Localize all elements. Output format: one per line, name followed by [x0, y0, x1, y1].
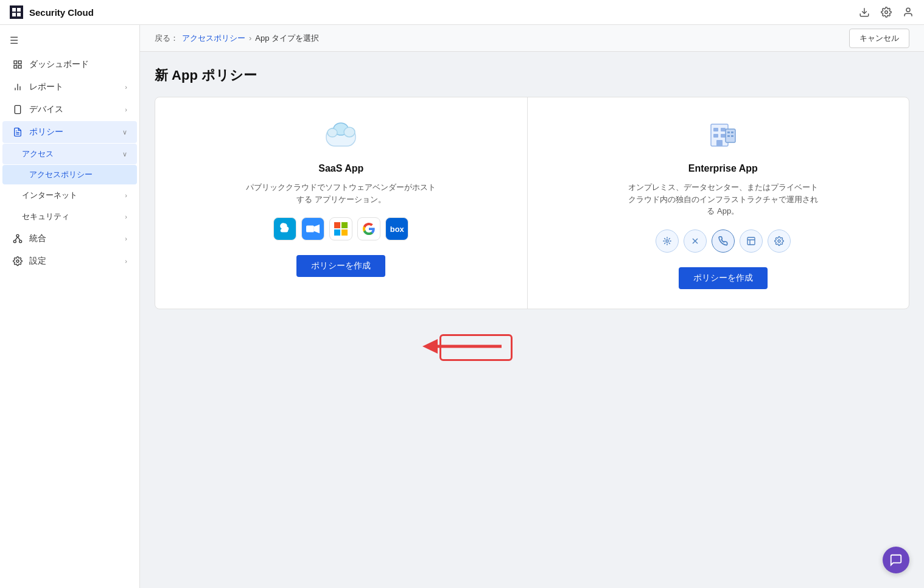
sidebar-item-dashboard-label: ダッシュボード — [29, 59, 127, 70]
app-logo — [10, 5, 23, 19]
saas-app-icons-row: box — [273, 217, 408, 240]
sidebar-item-policy-label: ポリシー — [29, 127, 116, 138]
internet-arrow-icon: › — [125, 192, 127, 199]
main-content: 戻る： アクセスポリシー › App タイプを選択 キャンセル 新 App ポリ… — [140, 25, 924, 588]
sidebar-item-dashboard[interactable]: ダッシュボード — [2, 54, 137, 75]
sidebar-subitem-security-label: セキュリティ — [22, 211, 119, 222]
saas-create-policy-button[interactable]: ポリシーを作成 — [296, 255, 385, 277]
menu-toggle[interactable]: ☰ — [0, 30, 139, 51]
svg-rect-38 — [721, 134, 726, 138]
svg-point-19 — [13, 240, 16, 243]
google-icon — [357, 217, 380, 240]
policy-arrow-icon: ∨ — [122, 128, 127, 136]
svg-point-45 — [666, 240, 668, 242]
chat-fab[interactable] — [883, 547, 909, 573]
enterprise-building-icon — [705, 117, 741, 153]
security-arrow-icon: › — [125, 213, 127, 220]
sidebar-sub-subitem-access-policy[interactable]: アクセスポリシー — [2, 165, 137, 184]
svg-rect-3 — [17, 13, 21, 16]
device-icon — [12, 104, 23, 115]
integration-arrow-icon: › — [125, 235, 127, 242]
svg-point-47 — [778, 240, 780, 242]
box-icon: box — [385, 217, 408, 240]
sidebar-item-settings[interactable]: 設定 › — [2, 250, 137, 272]
sidebar-subitem-internet[interactable]: インターネット › — [2, 185, 137, 206]
saas-card-desc: パブリッククラウドでソフトウェアベンダーがホストする アプリケーション。 — [243, 181, 438, 205]
enterprise-icon-1 — [656, 229, 679, 253]
svg-rect-35 — [713, 128, 718, 131]
svg-rect-2 — [12, 13, 16, 16]
sidebar: ☰ ダッシュボード レポート › デバイス › — [0, 25, 140, 588]
sidebar-item-device[interactable]: デバイス › — [2, 99, 137, 121]
breadcrumb-bar: 戻る： アクセスポリシー › App タイプを選択 キャンセル — [140, 25, 924, 52]
svg-rect-33 — [341, 229, 348, 236]
sidebar-item-policy[interactable]: ポリシー ∨ — [2, 121, 137, 143]
navbar-right — [858, 6, 914, 18]
access-policy-label: アクセスポリシー — [29, 169, 93, 180]
svg-point-27 — [344, 127, 355, 137]
sidebar-item-integration-label: 統合 — [29, 233, 119, 244]
navbar-left: Security Cloud — [10, 5, 94, 19]
svg-rect-28 — [306, 226, 314, 233]
cancel-button[interactable]: キャンセル — [849, 29, 909, 48]
svg-rect-8 — [18, 61, 21, 64]
breadcrumb-link[interactable]: アクセスポリシー — [182, 33, 245, 44]
svg-rect-44 — [731, 135, 733, 137]
breadcrumb-back: 戻る： — [155, 33, 178, 44]
download-icon[interactable] — [858, 6, 870, 18]
sidebar-subitem-access-label: アクセス — [22, 149, 116, 159]
enterprise-create-policy-button[interactable]: ポリシーを作成 — [679, 267, 768, 289]
enterprise-icon-2 — [684, 229, 707, 253]
saas-card-title: SaaS App — [318, 163, 363, 174]
svg-line-22 — [18, 237, 20, 240]
svg-rect-37 — [713, 134, 718, 138]
svg-point-18 — [16, 234, 19, 237]
sidebar-subitem-access[interactable]: アクセス ∨ — [2, 144, 137, 164]
enterprise-card-desc: オンプレミス、データセンター、またはプライベートクラウド内の独自のインフラストラ… — [626, 181, 821, 217]
integration-icon — [12, 233, 23, 244]
enterprise-icon-3 — [712, 229, 735, 253]
svg-rect-30 — [334, 222, 340, 228]
enterprise-card-title: Enterprise App — [688, 163, 758, 174]
svg-rect-46 — [747, 237, 755, 245]
highlight-box — [439, 334, 513, 361]
settings-icon[interactable] — [880, 6, 892, 18]
breadcrumb-separator: › — [249, 33, 251, 43]
svg-rect-1 — [17, 8, 21, 12]
svg-rect-9 — [18, 65, 21, 68]
microsoft-icon — [329, 217, 352, 240]
grid-icon — [12, 59, 23, 70]
app-title: Security Cloud — [29, 7, 94, 18]
page-title: 新 App ポリシー — [155, 66, 909, 85]
enterprise-app-icons-row — [656, 229, 791, 253]
svg-rect-42 — [731, 131, 733, 133]
sidebar-item-report[interactable]: レポート › — [2, 76, 137, 98]
saas-cloud-icon — [323, 117, 359, 153]
svg-point-26 — [327, 128, 337, 137]
sidebar-item-settings-label: 設定 — [29, 256, 119, 267]
svg-rect-32 — [334, 229, 340, 236]
enterprise-icon-4 — [740, 229, 763, 253]
svg-rect-14 — [15, 105, 20, 113]
sidebar-subitem-security[interactable]: セキュリティ › — [2, 206, 137, 227]
policy-icon — [12, 127, 23, 138]
user-icon[interactable] — [902, 6, 914, 18]
navbar: Security Cloud — [0, 0, 924, 25]
settings-arrow-icon: › — [125, 257, 127, 265]
saas-app-card: SaaS App パブリッククラウドでソフトウェアベンダーがホストする アプリケ… — [155, 97, 528, 309]
svg-rect-10 — [14, 65, 17, 68]
svg-point-5 — [885, 11, 888, 14]
settings-gear-icon — [12, 256, 23, 267]
enterprise-icon-5 — [768, 229, 791, 253]
sidebar-item-device-label: デバイス — [29, 104, 119, 115]
svg-rect-39 — [716, 140, 723, 146]
annotation-arrow — [392, 322, 514, 371]
chart-icon — [12, 82, 23, 93]
policy-submenu: アクセス ∨ アクセスポリシー インターネット › セキュリティ › — [0, 144, 139, 227]
svg-marker-29 — [314, 225, 320, 234]
svg-point-20 — [19, 240, 22, 243]
sidebar-item-integration[interactable]: 統合 › — [2, 228, 137, 250]
sidebar-item-report-label: レポート — [29, 82, 119, 93]
sidebar-subitem-internet-label: インターネット — [22, 190, 119, 201]
access-arrow-icon: ∨ — [122, 150, 127, 158]
